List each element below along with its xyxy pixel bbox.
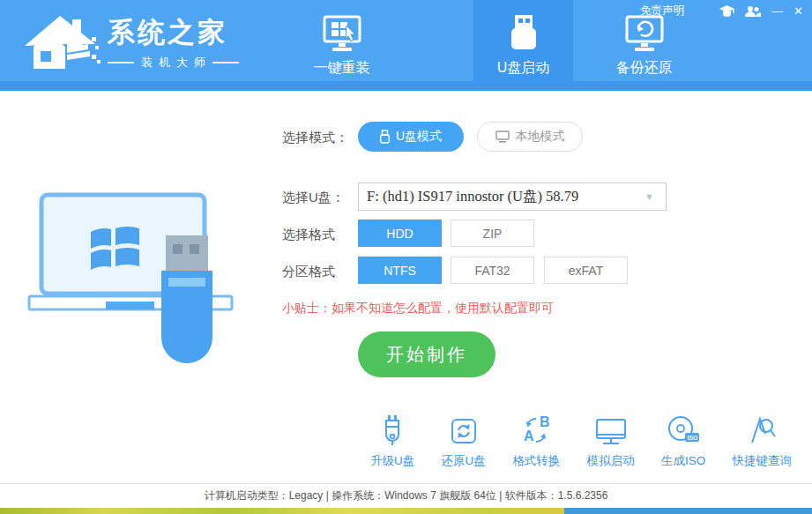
tool-label: 模拟启动 [587, 453, 635, 469]
tab-label: U盘启动 [497, 59, 550, 78]
usb-upgrade-icon [379, 414, 406, 446]
subtitle-dash [212, 62, 239, 63]
usb-restore-icon [449, 414, 479, 446]
monitor-windows-cursor-icon [320, 11, 364, 57]
tools-row: 升级U盘 还原U盘 A B [370, 414, 792, 469]
usb-drive-icon [504, 11, 543, 57]
tool-label: 格式转换 [512, 453, 560, 469]
brand-logo house-icon [14, 5, 102, 79]
tool-label: 生成ISO [661, 453, 705, 469]
svg-text:ISO: ISO [688, 435, 699, 441]
tool-simulate-boot[interactable]: 模拟启动 [587, 414, 635, 469]
tab-one-key-reinstall[interactable]: 一键重装 [292, 0, 391, 91]
partition-option-label: FAT32 [474, 264, 510, 278]
tool-format-convert[interactable]: A B 格式转换 [512, 414, 560, 469]
format-label: 选择格式 [282, 227, 335, 243]
wallpaper-grass [0, 508, 564, 514]
svg-text:B: B [540, 414, 550, 429]
main-panel: 选择模式： U盘模式 本地模式 选择U盘： F: (hd1) IS917 in [0, 91, 812, 483]
svg-text:A: A [524, 428, 534, 443]
wallpaper-sky [564, 508, 812, 514]
header: 系统之家 装机大师 [0, 0, 812, 91]
brand-subtitle: 装机大师 [141, 55, 212, 71]
app-window: 系统之家 装机大师 [0, 0, 812, 514]
tool-label: 快捷键查询 [732, 453, 792, 469]
tab-label: 备份还原 [616, 59, 673, 78]
service-hat-icon[interactable] [719, 4, 734, 19]
laptop-usb-illustration [22, 190, 251, 375]
brand: 系统之家 装机大师 [14, 5, 239, 79]
users-icon[interactable] [745, 4, 761, 19]
partition-fat32-button[interactable]: FAT32 [451, 257, 534, 284]
partition-label: 分区格式 [282, 264, 335, 280]
disclaimer-link[interactable]: 免责声明 [640, 4, 684, 19]
mode-label: 选择模式： [282, 130, 348, 146]
partition-exfat-button[interactable]: exFAT [544, 257, 628, 284]
subtitle-dash [108, 62, 134, 63]
partition-option-label: exFAT [569, 264, 603, 278]
tool-generate-iso[interactable]: ISO 生成ISO [661, 414, 705, 469]
local-mode-icon [495, 130, 510, 143]
tool-upgrade-usb[interactable]: 升级U盘 [370, 414, 414, 469]
format-option-label: ZIP [483, 227, 503, 241]
status-text: 计算机启动类型：Legacy | 操作系统：Windows 7 旗舰版 64位 … [205, 488, 608, 503]
mode-option-label: 本地模式 [516, 129, 565, 145]
desktop-wallpaper-strip [0, 508, 812, 514]
tool-label: 升级U盘 [370, 453, 414, 469]
usb-drive-select[interactable]: F: (hd1) IS917 innostor (U盘) 58.79 ▼ [358, 183, 667, 211]
hotkey-lookup-icon [746, 414, 778, 446]
minimize-button[interactable]: — [771, 4, 783, 19]
mode-option-label: U盘模式 [396, 129, 442, 145]
format-zip-button[interactable]: ZIP [451, 220, 534, 247]
generate-iso-icon: ISO [667, 414, 700, 446]
local-mode-button[interactable]: 本地模式 [477, 122, 583, 152]
partition-option-label: NTFS [384, 264, 416, 278]
tool-label: 还原U盘 [442, 453, 486, 469]
titlebar-controls: 免责声明 — ✕ [640, 4, 803, 19]
status-bar: 计算机启动类型：Legacy | 操作系统：Windows 7 旗舰版 64位 … [0, 483, 812, 508]
usb-drive-value: F: (hd1) IS917 innostor (U盘) 58.79 [359, 187, 644, 206]
format-convert-icon: A B [520, 414, 552, 446]
tab-label: 一键重装 [314, 59, 370, 78]
brand-title: 系统之家 [108, 14, 239, 51]
usb-mode-icon [380, 130, 390, 144]
brand-text: 系统之家 装机大师 [108, 14, 239, 71]
tab-usb-boot[interactable]: U盘启动 [473, 0, 573, 91]
format-hdd-button[interactable]: HDD [358, 220, 442, 247]
close-button[interactable]: ✕ [793, 4, 803, 19]
tool-hotkey-lookup[interactable]: 快捷键查询 [732, 414, 792, 469]
brand-subtitle-row: 装机大师 [108, 55, 239, 71]
nav-tabs: 一键重装 U盘启动 [292, 0, 694, 91]
usb-mode-button[interactable]: U盘模式 [358, 122, 464, 152]
chevron-down-icon: ▼ [644, 191, 666, 202]
partition-ntfs-button[interactable]: NTFS [358, 257, 442, 284]
usb-select-label: 选择U盘： [282, 190, 345, 206]
tool-restore-usb[interactable]: 还原U盘 [442, 414, 486, 469]
start-make-button[interactable]: 开始制作 [358, 331, 495, 377]
simulate-boot-icon [593, 414, 629, 446]
format-option-label: HDD [386, 227, 413, 241]
tip-text: 小贴士：如果不知道怎么配置，使用默认配置即可 [282, 301, 554, 317]
